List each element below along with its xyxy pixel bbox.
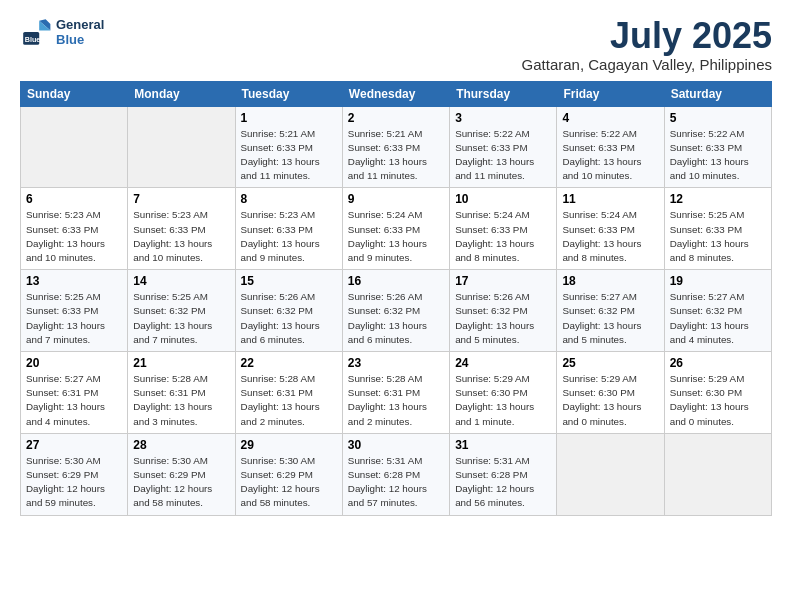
month-title: July 2025: [522, 16, 772, 56]
calendar-cell: [21, 106, 128, 188]
day-number: 2: [348, 111, 444, 125]
logo-icon: Blue: [20, 16, 52, 48]
day-number: 9: [348, 192, 444, 206]
day-info: Sunrise: 5:30 AM Sunset: 6:29 PM Dayligh…: [133, 454, 229, 511]
day-info: Sunrise: 5:31 AM Sunset: 6:28 PM Dayligh…: [455, 454, 551, 511]
day-info: Sunrise: 5:25 AM Sunset: 6:33 PM Dayligh…: [670, 208, 766, 265]
calendar-week-row: 27Sunrise: 5:30 AM Sunset: 6:29 PM Dayli…: [21, 433, 772, 515]
day-number: 24: [455, 356, 551, 370]
calendar-cell: 23Sunrise: 5:28 AM Sunset: 6:31 PM Dayli…: [342, 352, 449, 434]
day-info: Sunrise: 5:26 AM Sunset: 6:32 PM Dayligh…: [241, 290, 337, 347]
day-number: 25: [562, 356, 658, 370]
day-number: 3: [455, 111, 551, 125]
calendar-cell: 31Sunrise: 5:31 AM Sunset: 6:28 PM Dayli…: [450, 433, 557, 515]
calendar-cell: 18Sunrise: 5:27 AM Sunset: 6:32 PM Dayli…: [557, 270, 664, 352]
calendar-cell: 27Sunrise: 5:30 AM Sunset: 6:29 PM Dayli…: [21, 433, 128, 515]
logo: Blue General Blue: [20, 16, 104, 48]
calendar-week-row: 13Sunrise: 5:25 AM Sunset: 6:33 PM Dayli…: [21, 270, 772, 352]
day-info: Sunrise: 5:28 AM Sunset: 6:31 PM Dayligh…: [241, 372, 337, 429]
day-info: Sunrise: 5:26 AM Sunset: 6:32 PM Dayligh…: [455, 290, 551, 347]
day-number: 7: [133, 192, 229, 206]
calendar-cell: 7Sunrise: 5:23 AM Sunset: 6:33 PM Daylig…: [128, 188, 235, 270]
day-info: Sunrise: 5:27 AM Sunset: 6:32 PM Dayligh…: [670, 290, 766, 347]
day-number: 6: [26, 192, 122, 206]
calendar-cell: 2Sunrise: 5:21 AM Sunset: 6:33 PM Daylig…: [342, 106, 449, 188]
day-info: Sunrise: 5:26 AM Sunset: 6:32 PM Dayligh…: [348, 290, 444, 347]
weekday-header-wednesday: Wednesday: [342, 81, 449, 106]
day-number: 4: [562, 111, 658, 125]
calendar-cell: 5Sunrise: 5:22 AM Sunset: 6:33 PM Daylig…: [664, 106, 771, 188]
day-number: 22: [241, 356, 337, 370]
day-info: Sunrise: 5:24 AM Sunset: 6:33 PM Dayligh…: [348, 208, 444, 265]
day-info: Sunrise: 5:29 AM Sunset: 6:30 PM Dayligh…: [562, 372, 658, 429]
day-number: 30: [348, 438, 444, 452]
calendar-week-row: 1Sunrise: 5:21 AM Sunset: 6:33 PM Daylig…: [21, 106, 772, 188]
weekday-header-thursday: Thursday: [450, 81, 557, 106]
day-info: Sunrise: 5:22 AM Sunset: 6:33 PM Dayligh…: [670, 127, 766, 184]
calendar-cell: 1Sunrise: 5:21 AM Sunset: 6:33 PM Daylig…: [235, 106, 342, 188]
weekday-header-tuesday: Tuesday: [235, 81, 342, 106]
day-info: Sunrise: 5:29 AM Sunset: 6:30 PM Dayligh…: [670, 372, 766, 429]
day-number: 20: [26, 356, 122, 370]
day-number: 8: [241, 192, 337, 206]
calendar-cell: 14Sunrise: 5:25 AM Sunset: 6:32 PM Dayli…: [128, 270, 235, 352]
day-number: 31: [455, 438, 551, 452]
day-info: Sunrise: 5:23 AM Sunset: 6:33 PM Dayligh…: [26, 208, 122, 265]
calendar-cell: [557, 433, 664, 515]
day-info: Sunrise: 5:21 AM Sunset: 6:33 PM Dayligh…: [241, 127, 337, 184]
calendar-cell: [664, 433, 771, 515]
day-number: 21: [133, 356, 229, 370]
day-info: Sunrise: 5:23 AM Sunset: 6:33 PM Dayligh…: [133, 208, 229, 265]
day-number: 16: [348, 274, 444, 288]
title-block: July 2025 Gattaran, Cagayan Valley, Phil…: [522, 16, 772, 73]
logo-text: General Blue: [56, 17, 104, 47]
calendar-cell: 24Sunrise: 5:29 AM Sunset: 6:30 PM Dayli…: [450, 352, 557, 434]
day-info: Sunrise: 5:27 AM Sunset: 6:31 PM Dayligh…: [26, 372, 122, 429]
day-number: 26: [670, 356, 766, 370]
day-number: 28: [133, 438, 229, 452]
day-number: 1: [241, 111, 337, 125]
calendar-cell: 10Sunrise: 5:24 AM Sunset: 6:33 PM Dayli…: [450, 188, 557, 270]
day-info: Sunrise: 5:30 AM Sunset: 6:29 PM Dayligh…: [26, 454, 122, 511]
day-number: 12: [670, 192, 766, 206]
calendar-cell: 16Sunrise: 5:26 AM Sunset: 6:32 PM Dayli…: [342, 270, 449, 352]
day-number: 27: [26, 438, 122, 452]
svg-text:Blue: Blue: [25, 35, 41, 44]
day-info: Sunrise: 5:27 AM Sunset: 6:32 PM Dayligh…: [562, 290, 658, 347]
day-info: Sunrise: 5:28 AM Sunset: 6:31 PM Dayligh…: [133, 372, 229, 429]
calendar-cell: 21Sunrise: 5:28 AM Sunset: 6:31 PM Dayli…: [128, 352, 235, 434]
calendar-cell: 11Sunrise: 5:24 AM Sunset: 6:33 PM Dayli…: [557, 188, 664, 270]
day-number: 17: [455, 274, 551, 288]
weekday-header-friday: Friday: [557, 81, 664, 106]
calendar-cell: 9Sunrise: 5:24 AM Sunset: 6:33 PM Daylig…: [342, 188, 449, 270]
calendar-cell: 19Sunrise: 5:27 AM Sunset: 6:32 PM Dayli…: [664, 270, 771, 352]
day-info: Sunrise: 5:29 AM Sunset: 6:30 PM Dayligh…: [455, 372, 551, 429]
calendar-cell: 4Sunrise: 5:22 AM Sunset: 6:33 PM Daylig…: [557, 106, 664, 188]
day-info: Sunrise: 5:23 AM Sunset: 6:33 PM Dayligh…: [241, 208, 337, 265]
calendar-cell: 17Sunrise: 5:26 AM Sunset: 6:32 PM Dayli…: [450, 270, 557, 352]
day-number: 19: [670, 274, 766, 288]
calendar-cell: 12Sunrise: 5:25 AM Sunset: 6:33 PM Dayli…: [664, 188, 771, 270]
calendar-cell: 30Sunrise: 5:31 AM Sunset: 6:28 PM Dayli…: [342, 433, 449, 515]
location-title: Gattaran, Cagayan Valley, Philippines: [522, 56, 772, 73]
day-number: 18: [562, 274, 658, 288]
day-info: Sunrise: 5:31 AM Sunset: 6:28 PM Dayligh…: [348, 454, 444, 511]
day-number: 13: [26, 274, 122, 288]
day-info: Sunrise: 5:28 AM Sunset: 6:31 PM Dayligh…: [348, 372, 444, 429]
day-number: 15: [241, 274, 337, 288]
calendar-cell: [128, 106, 235, 188]
weekday-header-row: SundayMondayTuesdayWednesdayThursdayFrid…: [21, 81, 772, 106]
calendar-cell: 29Sunrise: 5:30 AM Sunset: 6:29 PM Dayli…: [235, 433, 342, 515]
calendar-cell: 22Sunrise: 5:28 AM Sunset: 6:31 PM Dayli…: [235, 352, 342, 434]
calendar-cell: 25Sunrise: 5:29 AM Sunset: 6:30 PM Dayli…: [557, 352, 664, 434]
day-number: 11: [562, 192, 658, 206]
calendar-table: SundayMondayTuesdayWednesdayThursdayFrid…: [20, 81, 772, 516]
day-info: Sunrise: 5:22 AM Sunset: 6:33 PM Dayligh…: [455, 127, 551, 184]
day-number: 5: [670, 111, 766, 125]
day-number: 29: [241, 438, 337, 452]
calendar-cell: 26Sunrise: 5:29 AM Sunset: 6:30 PM Dayli…: [664, 352, 771, 434]
day-info: Sunrise: 5:30 AM Sunset: 6:29 PM Dayligh…: [241, 454, 337, 511]
calendar-cell: 6Sunrise: 5:23 AM Sunset: 6:33 PM Daylig…: [21, 188, 128, 270]
day-info: Sunrise: 5:21 AM Sunset: 6:33 PM Dayligh…: [348, 127, 444, 184]
calendar-cell: 3Sunrise: 5:22 AM Sunset: 6:33 PM Daylig…: [450, 106, 557, 188]
